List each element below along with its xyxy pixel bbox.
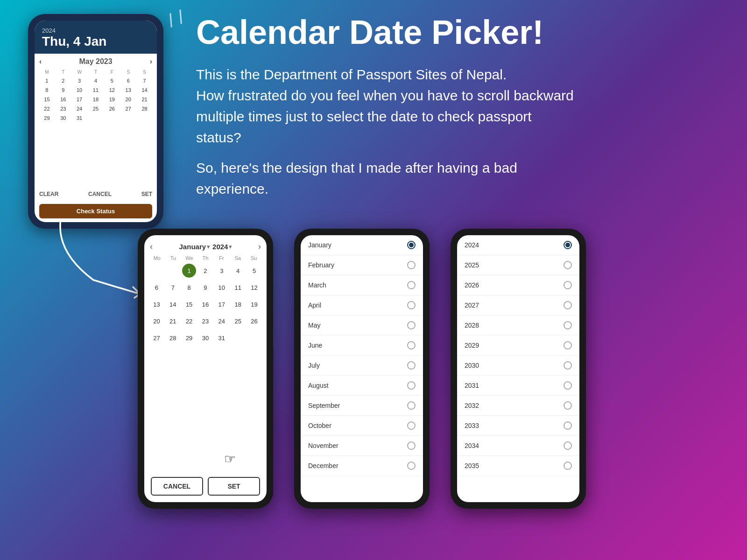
day-cell-8[interactable]: 8 [182, 280, 196, 294]
day-2[interactable]: 2 [56, 77, 71, 85]
month-radio-september[interactable] [407, 401, 416, 410]
day-cell-22[interactable]: 22 [182, 314, 196, 328]
day-25[interactable]: 25 [88, 105, 104, 113]
month-radio-may[interactable] [407, 321, 416, 329]
day-10[interactable]: 10 [72, 86, 87, 94]
year-item-2024[interactable]: 2024 [457, 235, 579, 255]
old-set-btn[interactable]: SET [141, 191, 152, 197]
year-radio-2029[interactable] [564, 341, 572, 350]
old-clear-btn[interactable]: CLEAR [39, 191, 58, 197]
month-item-september[interactable]: September [301, 396, 423, 416]
cal-next-arrow[interactable]: › [258, 242, 261, 252]
day-1[interactable]: 1 [39, 77, 55, 85]
day-cell-29[interactable]: 29 [182, 331, 196, 345]
day-cell-6[interactable]: 6 [149, 280, 163, 294]
year-radio-2033[interactable] [564, 421, 572, 430]
month-radio-april[interactable] [407, 301, 416, 309]
day-cell-21[interactable]: 21 [166, 314, 180, 328]
cal-prev-arrow[interactable]: ‹ [150, 242, 153, 252]
year-radio-2035[interactable] [564, 462, 572, 470]
month-item-november[interactable]: November [301, 436, 423, 456]
year-item-2028[interactable]: 2028 [457, 315, 579, 336]
month-item-april[interactable]: April [301, 295, 423, 315]
day-12[interactable]: 12 [104, 86, 120, 94]
year-radio-2025[interactable] [564, 261, 572, 269]
year-item-2025[interactable]: 2025 [457, 255, 579, 275]
old-prev-arrow[interactable]: ‹ [39, 57, 42, 66]
day-cell-5[interactable]: 5 [247, 264, 261, 278]
year-item-2034[interactable]: 2034 [457, 436, 579, 456]
day-cell-16[interactable]: 16 [198, 297, 212, 311]
month-radio-february[interactable] [407, 261, 416, 269]
day-7[interactable]: 7 [137, 77, 152, 85]
day-18[interactable]: 18 [88, 95, 104, 104]
month-dropdown[interactable]: January ▾ [179, 243, 210, 251]
year-item-2029[interactable]: 2029 [457, 336, 579, 356]
month-radio-june[interactable] [407, 341, 416, 350]
day-9[interactable]: 9 [56, 86, 71, 94]
month-item-february[interactable]: February [301, 255, 423, 275]
day-cell-25[interactable]: 25 [231, 314, 245, 328]
day-29[interactable]: 29 [39, 114, 55, 122]
year-radio-2024[interactable] [564, 241, 572, 249]
month-item-december[interactable]: December [301, 456, 423, 476]
day-8[interactable]: 8 [39, 86, 55, 94]
day-13[interactable]: 13 [120, 86, 136, 94]
day-cell-19[interactable]: 19 [247, 297, 261, 311]
year-radio-2030[interactable] [564, 361, 572, 370]
month-radio-august[interactable] [407, 381, 416, 390]
day-cell-2[interactable]: 2 [198, 264, 212, 278]
day-cell-10[interactable]: 10 [215, 280, 229, 294]
year-item-2033[interactable]: 2033 [457, 416, 579, 436]
month-radio-january[interactable] [407, 241, 416, 249]
day-26[interactable]: 26 [104, 105, 120, 113]
year-item-2032[interactable]: 2032 [457, 396, 579, 416]
day-22[interactable]: 22 [39, 105, 55, 113]
day-cell-20[interactable]: 20 [149, 314, 163, 328]
day-31[interactable]: 31 [72, 114, 87, 122]
month-item-july[interactable]: July [301, 356, 423, 376]
day-cell-12[interactable]: 12 [247, 280, 261, 294]
day-cell-4[interactable]: 4 [231, 264, 245, 278]
day-cell-11[interactable]: 11 [231, 280, 245, 294]
year-radio-2031[interactable] [564, 381, 572, 390]
month-item-march[interactable]: March [301, 275, 423, 295]
day-20[interactable]: 20 [120, 95, 136, 104]
day-cell-27[interactable]: 27 [149, 331, 163, 345]
day-15[interactable]: 15 [39, 95, 55, 104]
day-5[interactable]: 5 [104, 77, 120, 85]
cancel-button[interactable]: CANCEL [151, 477, 203, 496]
year-radio-2028[interactable] [564, 321, 572, 329]
month-radio-december[interactable] [407, 462, 416, 470]
day-19[interactable]: 19 [104, 95, 120, 104]
old-next-arrow[interactable]: › [150, 57, 152, 66]
month-radio-march[interactable] [407, 281, 416, 289]
day-6[interactable]: 6 [120, 77, 136, 85]
month-item-june[interactable]: June [301, 336, 423, 356]
day-11[interactable]: 11 [88, 86, 104, 94]
day-3[interactable]: 3 [72, 77, 87, 85]
month-item-october[interactable]: October [301, 416, 423, 436]
day-14[interactable]: 14 [137, 86, 152, 94]
day-30[interactable]: 30 [56, 114, 71, 122]
year-radio-2034[interactable] [564, 441, 572, 450]
year-radio-2026[interactable] [564, 281, 572, 289]
year-radio-2032[interactable] [564, 401, 572, 410]
day-cell-28[interactable]: 28 [166, 331, 180, 345]
day-cell-15[interactable]: 15 [182, 297, 196, 311]
month-radio-july[interactable] [407, 361, 416, 370]
day-17[interactable]: 17 [72, 95, 87, 104]
day-cell-3[interactable]: 3 [215, 264, 229, 278]
day-cell-31[interactable]: 31 [215, 331, 229, 345]
year-item-2031[interactable]: 2031 [457, 376, 579, 396]
day-cell-23[interactable]: 23 [198, 314, 212, 328]
month-radio-october[interactable] [407, 421, 416, 430]
year-item-2027[interactable]: 2027 [457, 295, 579, 315]
day-28[interactable]: 28 [137, 105, 152, 113]
day-cell-1[interactable]: 1 [182, 264, 196, 278]
month-item-may[interactable]: May [301, 315, 423, 336]
month-item-august[interactable]: August [301, 376, 423, 396]
day-cell-7[interactable]: 7 [166, 280, 180, 294]
day-4[interactable]: 4 [88, 77, 104, 85]
day-cell-30[interactable]: 30 [198, 331, 212, 345]
